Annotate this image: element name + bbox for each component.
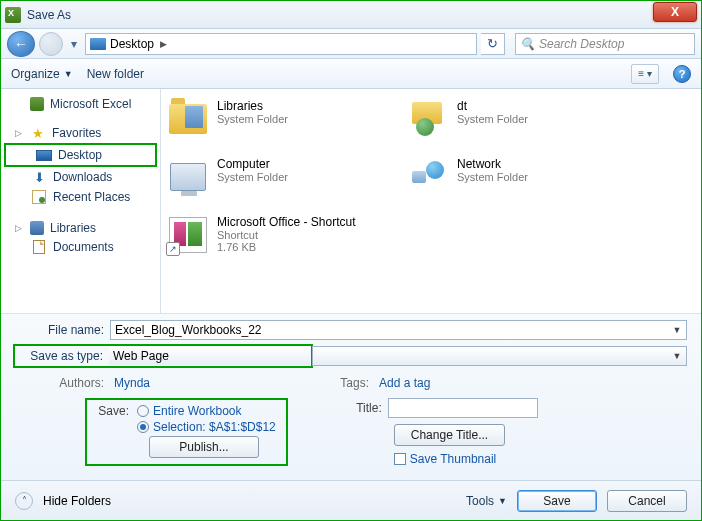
chevron-down-icon[interactable]: ▼ [670, 349, 684, 363]
save-thumbnail-checkbox[interactable] [394, 453, 406, 465]
search-icon: 🔍 [520, 37, 535, 51]
breadcrumb-bar[interactable]: Desktop ▶ [85, 33, 477, 55]
filename-input[interactable]: Excel_Blog_Workbooks_22 ▼ [110, 320, 687, 340]
dialog-body: Microsoft Excel ▷ ★ Favorites Desktop ⬇ … [1, 89, 701, 313]
breadcrumb-location: Desktop [110, 37, 154, 51]
dialog-footer: ˄ Hide Folders Tools ▼ Save Cancel [1, 480, 701, 520]
navigation-pane: Microsoft Excel ▷ ★ Favorites Desktop ⬇ … [1, 89, 161, 313]
folder-item-libraries[interactable]: Libraries System Folder [167, 99, 407, 151]
excel-icon [5, 7, 21, 23]
title-label: Title: [348, 401, 388, 415]
sidebar-item-desktop[interactable]: Desktop [6, 146, 155, 164]
change-title-button[interactable]: Change Title... [394, 424, 505, 446]
save-as-dialog: Save As X ← ▾ Desktop ▶ ↻ 🔍 Search Deskt… [0, 0, 702, 521]
save-thumbnail-label[interactable]: Save Thumbnail [410, 452, 497, 466]
shortcut-arrow-icon: ↗ [166, 242, 180, 256]
back-button[interactable]: ← [7, 31, 35, 57]
desktop-icon [36, 150, 52, 161]
nav-bar: ← ▾ Desktop ▶ ↻ 🔍 Search Desktop [1, 29, 701, 59]
folder-item-computer[interactable]: Computer System Folder [167, 157, 407, 209]
chevron-right-icon[interactable]: ▶ [158, 39, 169, 49]
caret-collapsed-icon[interactable]: ▷ [15, 128, 24, 138]
computer-icon [170, 163, 206, 191]
form-area: File name: Excel_Blog_Workbooks_22 ▼ Sav… [1, 313, 701, 480]
office-shortcut-icon: ↗ [169, 217, 207, 253]
chevron-down-icon[interactable]: ▼ [670, 323, 684, 337]
save-type-preview: Web Page [109, 347, 310, 365]
save-button[interactable]: Save [517, 490, 597, 512]
tags-value[interactable]: Add a tag [379, 376, 430, 390]
view-options-button[interactable]: ≡ ▾ [631, 64, 659, 84]
desktop-icon [90, 38, 106, 50]
star-icon: ★ [30, 125, 46, 141]
hide-folders-toggle[interactable]: ˄ [15, 492, 33, 510]
history-dropdown[interactable]: ▾ [67, 31, 81, 57]
tags-label: Tags: [335, 376, 375, 390]
filename-label: File name: [15, 323, 110, 337]
excel-icon [30, 97, 44, 111]
radio-entire-workbook[interactable] [137, 405, 149, 417]
annotation-highlight: Desktop [4, 143, 157, 167]
close-button[interactable]: X [653, 2, 697, 22]
publish-button[interactable]: Publish... [149, 436, 259, 458]
folder-item-dt[interactable]: dt System Folder [407, 99, 647, 151]
sidebar-item-downloads[interactable]: ⬇ Downloads [1, 167, 160, 187]
organize-menu[interactable]: Organize ▼ [11, 67, 73, 81]
authors-label: Authors: [15, 376, 110, 390]
save-scope-label: Save: [93, 404, 133, 418]
save-type-label: Save as type: [16, 349, 109, 363]
save-type-dropdown[interactable]: ▼ [312, 346, 687, 366]
search-placeholder: Search Desktop [539, 37, 624, 51]
libraries-icon [169, 104, 207, 134]
network-icon [410, 161, 446, 193]
new-folder-button[interactable]: New folder [87, 67, 144, 81]
download-icon: ⬇ [31, 169, 47, 185]
sidebar-item-recent[interactable]: Recent Places [1, 187, 160, 207]
title-input[interactable] [388, 398, 538, 418]
refresh-button[interactable]: ↻ [481, 33, 505, 55]
sidebar-group-favorites[interactable]: ▷ ★ Favorites [1, 123, 160, 143]
hide-folders-label[interactable]: Hide Folders [43, 494, 111, 508]
search-input[interactable]: 🔍 Search Desktop [515, 33, 695, 55]
file-item-shortcut[interactable]: ↗ Microsoft Office - Shortcut Shortcut 1… [167, 215, 407, 273]
annotation-highlight: Save: Entire Workbook Selection: $A$1:$D… [85, 398, 288, 466]
forward-button[interactable] [39, 32, 63, 56]
cancel-button[interactable]: Cancel [607, 490, 687, 512]
annotation-highlight: Save as type: Web Page [13, 344, 313, 368]
libraries-icon [30, 221, 44, 235]
folder-item-network[interactable]: Network System Folder [407, 157, 647, 209]
authors-value[interactable]: Mynda [114, 376, 150, 390]
radio-entire-workbook-label[interactable]: Entire Workbook [153, 404, 241, 418]
chevron-down-icon: ▼ [498, 496, 507, 506]
user-folder-icon [410, 102, 446, 136]
sidebar-item-excel[interactable]: Microsoft Excel [1, 95, 160, 113]
help-button[interactable]: ? [673, 65, 691, 83]
toolbar: Organize ▼ New folder ≡ ▾ ? [1, 59, 701, 89]
titlebar: Save As X [1, 1, 701, 29]
caret-collapsed-icon[interactable]: ▷ [15, 223, 24, 233]
recent-places-icon [32, 190, 46, 204]
radio-selection[interactable] [137, 421, 149, 433]
chevron-down-icon: ▼ [64, 69, 73, 79]
sidebar-group-libraries[interactable]: ▷ Libraries [1, 219, 160, 237]
tools-menu[interactable]: Tools ▼ [466, 494, 507, 508]
radio-selection-label[interactable]: Selection: $A$1:$D$12 [153, 420, 276, 434]
file-list[interactable]: Libraries System Folder dt System Folder… [161, 89, 701, 313]
window-title: Save As [27, 8, 653, 22]
sidebar-item-documents[interactable]: Documents [1, 237, 160, 257]
document-icon [33, 240, 45, 254]
